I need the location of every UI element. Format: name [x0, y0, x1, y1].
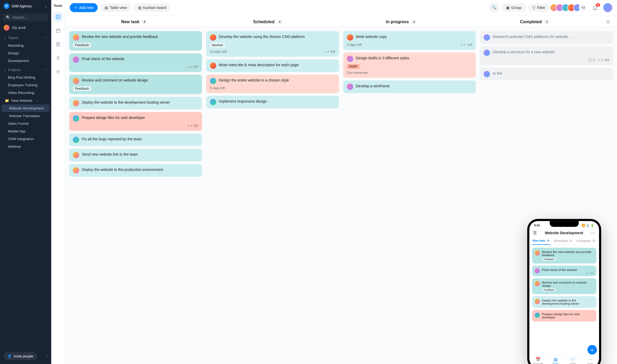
task-tag: Feedback [73, 43, 91, 47]
chevron-right-icon[interactable]: › [46, 354, 48, 358]
phone-task-card[interactable]: Review and comment on website designFeed… [532, 278, 596, 294]
task-card[interactable]: Deploy the website to the development ho… [69, 97, 202, 109]
search-button[interactable]: 🔍 [489, 3, 499, 13]
task-title: Write website copy [356, 34, 472, 39]
add-team-icon[interactable]: ＋ [44, 35, 48, 40]
assignee-avatar [535, 313, 540, 318]
sidebar-project-link[interactable]: Mobile App [0, 127, 51, 135]
sidebar-team-link[interactable]: Marketing [0, 42, 51, 49]
tasks-view-icon[interactable] [54, 12, 63, 21]
phone-nav-item[interactable]: 📄Notes [564, 357, 582, 364]
sidebar-project-link[interactable]: Webinar [0, 143, 51, 150]
assignee-avatar [73, 56, 79, 63]
chevron-down-icon: ⌄ [4, 68, 7, 72]
chevron-down-icon: ⌄ [44, 4, 48, 8]
plus-icon: ＋ [74, 5, 78, 10]
settings-view-icon[interactable] [54, 67, 63, 76]
sidebar-project-link[interactable]: Website Development [2, 104, 50, 112]
kanban-view-button[interactable]: ▥ Kanban board [134, 3, 171, 12]
nav-icon: 📅 [529, 357, 547, 362]
task-card[interactable]: Fix all the bugs reported by the team [69, 133, 202, 146]
task-card[interactable]: Develop a structure for a new website💬 2… [480, 46, 613, 65]
phone-task-card[interactable]: Final check of the website✓✓ 0/7 [532, 266, 596, 276]
task-card[interactable]: Deploy the website to the production env… [69, 164, 202, 177]
task-card[interactable]: Research potential CMS platforms for web… [480, 31, 613, 44]
phone-tab[interactable]: In progress3 [576, 239, 596, 245]
task-card[interactable]: Review the new website and provide feedb… [69, 31, 202, 51]
task-card[interactable]: Develop the website using the chosen CMS… [206, 31, 339, 57]
task-card[interactable]: Implement responsive design [206, 96, 339, 108]
task-card[interactable]: Send new website link to the team [69, 149, 202, 161]
sidebar-project-link[interactable]: Employee Training [0, 81, 51, 89]
task-card[interactable]: Write website copy3 days left✓✓ 1/3 [343, 31, 476, 50]
task-title: Final check of the website [82, 56, 198, 61]
sidebar-project-link[interactable]: Sales Funnel [0, 120, 51, 127]
assignee-avatar [347, 34, 353, 41]
phone-tab[interactable]: Scheduled4 [554, 239, 573, 245]
column-header-completed[interactable]: Completed3 [470, 19, 600, 25]
task-card[interactable]: Design the entire website in a chosen st… [206, 75, 339, 93]
avatar-more[interactable]: +3 [579, 4, 587, 12]
projects-section-header[interactable]: ⌄ Projects ＋ [0, 65, 51, 74]
column-header-scheduled[interactable]: Scheduled4 [203, 19, 333, 25]
task-title: Deploy the website to the development ho… [82, 100, 198, 105]
phone-add-button[interactable]: ＋ [587, 345, 597, 355]
task-card[interactable]: m the [480, 68, 613, 80]
invite-people-button[interactable]: 👤 Invite people [4, 352, 37, 360]
add-project-icon[interactable]: ＋ [44, 67, 48, 72]
current-user-avatar[interactable] [603, 3, 612, 12]
collaborator-avatars[interactable]: +3 [552, 4, 587, 12]
calendar-view-icon[interactable] [54, 26, 63, 35]
sidebar-project-link[interactable]: Website Translation [0, 112, 51, 120]
group-button[interactable]: ▦ Group [502, 3, 526, 12]
sidebar-folder[interactable]: 📁New Website⌄ [0, 97, 51, 104]
assignee-avatar [535, 299, 540, 304]
search-placeholder: Search... [12, 15, 27, 20]
task-card[interactable]: Prepare design files for web developer✓✓… [69, 112, 202, 131]
phone-task-card[interactable]: Prepare design files for web developer [532, 310, 596, 322]
column-header-new-task[interactable]: New task8 [70, 19, 199, 25]
phone-task-card[interactable]: Review the new website and provide feedb… [532, 248, 596, 264]
filter-button[interactable]: ▽ Filter [528, 3, 549, 12]
task-card[interactable]: Final check of the website✓✓ 0/7 [69, 53, 202, 72]
sidebar-project-link[interactable]: CRM Integration [0, 135, 51, 143]
table-view-button[interactable]: ▤ Table view [100, 3, 131, 12]
task-title: Develop a wireframe [356, 84, 472, 89]
svg-point-4 [57, 71, 59, 73]
sidebar-team-link[interactable]: Development [0, 57, 51, 65]
task-card[interactable]: Design drafts in 3 different stylesASAPD… [343, 52, 476, 78]
more-icon[interactable]: ⋯ [591, 230, 595, 235]
invite-label: Invite people [14, 354, 33, 358]
person-add-icon: 👤 [7, 354, 12, 358]
phone-tab[interactable]: New task8 [533, 239, 550, 245]
task-title: Fix all the bugs reported by the team [82, 137, 198, 142]
phone-nav-item[interactable]: 📅Schedule [529, 357, 547, 364]
menu-icon[interactable]: ☰ [533, 230, 537, 235]
search-input[interactable]: 🔍 Search... [3, 14, 48, 21]
task-card[interactable]: Write meta title & meta description for … [206, 59, 339, 72]
phone-nav-item[interactable]: ▥Tasks [547, 357, 564, 364]
workspace-switcher[interactable]: G GIM Agency ⌄ [0, 0, 51, 12]
assignee-avatar [210, 34, 216, 41]
phone-nav-item[interactable]: ⋯More [582, 357, 599, 364]
task-title: Implement responsive design [219, 99, 335, 104]
notes-view-icon[interactable] [54, 40, 63, 49]
chevron-down-icon: ⌄ [4, 36, 7, 40]
projects-label: Projects [8, 68, 21, 72]
task-card[interactable]: Review and comment on website designFeed… [69, 75, 202, 94]
assignee-avatar [535, 281, 540, 286]
people-view-icon[interactable] [54, 54, 63, 63]
teams-section-header[interactable]: ⌄ Teams ＋ [0, 33, 51, 42]
my-work-link[interactable]: My work [0, 23, 51, 33]
notifications-button[interactable]: 9 [592, 5, 598, 11]
task-card[interactable]: Develop a wireframe [343, 80, 476, 93]
task-title: Research potential CMS platforms for web… [493, 34, 609, 39]
add-new-button[interactable]: ＋ Add new [70, 3, 98, 12]
sidebar-project-link[interactable]: Video Recording [0, 89, 51, 97]
grid-icon: ▦ [506, 6, 510, 10]
phone-task-card[interactable]: Deploy the website to the development ho… [532, 296, 596, 308]
sidebar-team-link[interactable]: Design [0, 49, 51, 57]
column-header-in-progress[interactable]: In progress3 [337, 19, 466, 25]
sidebar-project-link[interactable]: Blog Post Writing [0, 74, 51, 81]
board-settings-icon[interactable] [604, 19, 612, 25]
